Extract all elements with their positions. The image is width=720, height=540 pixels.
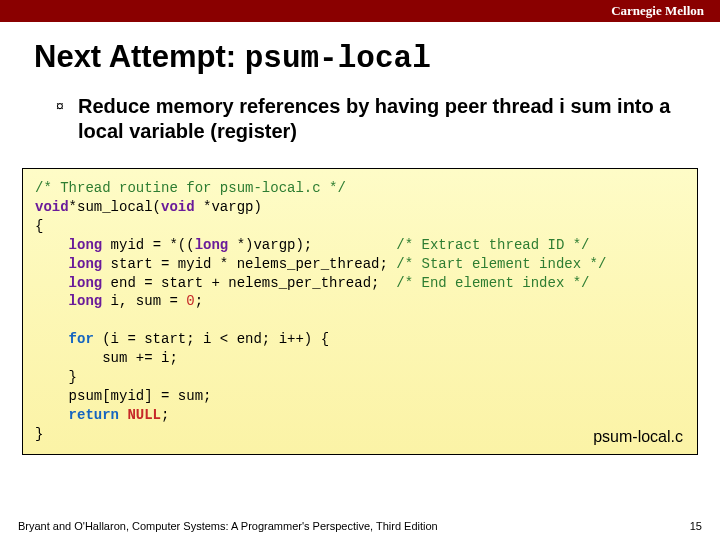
- code-tok: long: [35, 293, 102, 309]
- code-tok: NULL: [119, 407, 161, 423]
- code-filename: psum-local.c: [593, 428, 683, 446]
- brand-text: Carnegie Mellon: [611, 3, 704, 18]
- bullet-list: ¤ Reduce memory references by having pee…: [0, 86, 720, 144]
- code-tok: /* Start element index */: [396, 256, 606, 272]
- code-line: sum += i;: [35, 350, 186, 366]
- code-tok: *sum_local(: [69, 199, 161, 215]
- footer-citation: Bryant and O'Hallaron, Computer Systems:…: [18, 520, 438, 532]
- bullet-icon: ¤: [56, 94, 78, 144]
- code-tok: return: [35, 407, 119, 423]
- title-code: psum-local: [245, 41, 431, 76]
- code-tok: void: [35, 199, 69, 215]
- code-tok: 0: [186, 293, 194, 309]
- code-line: [35, 312, 43, 328]
- page-number: 15: [690, 520, 702, 532]
- bullet-item: ¤ Reduce memory references by having pee…: [56, 94, 690, 144]
- code-line: {: [35, 218, 52, 234]
- code-line: psum[myid] = sum;: [35, 388, 211, 404]
- slide: Carnegie Mellon Next Attempt: psum-local…: [0, 0, 720, 540]
- code-tok: ;: [195, 293, 212, 309]
- footer: Bryant and O'Hallaron, Computer Systems:…: [0, 520, 720, 532]
- code-listing: /* Thread routine for psum-local.c */ vo…: [35, 179, 685, 443]
- code-tok: i, sum =: [102, 293, 186, 309]
- code-tok: long: [195, 237, 229, 253]
- code-tok: end = start + nelems_per_thread;: [102, 275, 396, 291]
- code-box: /* Thread routine for psum-local.c */ vo…: [22, 168, 698, 454]
- brand-bar: Carnegie Mellon: [0, 0, 720, 22]
- title-prefix: Next Attempt:: [34, 39, 245, 74]
- code-tok: (i = start; i < end; i++) {: [94, 331, 338, 347]
- code-tok: long: [35, 256, 102, 272]
- code-line: }: [35, 426, 52, 442]
- code-line: /* Thread routine for psum-local.c */: [35, 180, 346, 196]
- code-tok: long: [35, 275, 102, 291]
- code-tok: ;: [161, 407, 178, 423]
- code-tok: *vargp): [195, 199, 271, 215]
- code-tok: start = myid * nelems_per_thread;: [102, 256, 396, 272]
- code-tok: /* End element index */: [396, 275, 589, 291]
- code-tok: myid = *((: [102, 237, 194, 253]
- slide-title: Next Attempt: psum-local: [0, 22, 720, 86]
- code-tok: for: [35, 331, 94, 347]
- code-tok: *)vargp);: [228, 237, 396, 253]
- code-tok: void: [161, 199, 195, 215]
- bullet-text: Reduce memory references by having peer …: [78, 94, 690, 144]
- code-tok: /* Extract thread ID */: [396, 237, 589, 253]
- code-line: }: [35, 369, 85, 385]
- code-tok: long: [35, 237, 102, 253]
